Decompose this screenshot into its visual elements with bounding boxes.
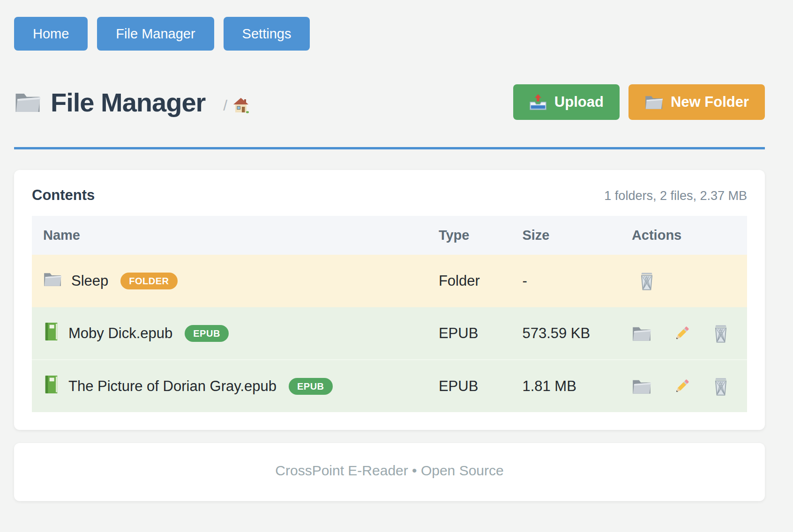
- file-name[interactable]: Moby Dick.epub: [68, 325, 172, 342]
- nav-button-home[interactable]: Home: [14, 17, 88, 51]
- column-header-actions: Actions: [621, 216, 747, 255]
- rename-button[interactable]: [672, 324, 692, 343]
- contents-card: Contents 1 folders, 2 files, 2.37 MB Nam…: [14, 170, 765, 430]
- column-header-size: Size: [511, 216, 620, 255]
- nav-button-file-manager[interactable]: File Manager: [97, 17, 214, 51]
- wastebasket-icon: [712, 324, 729, 343]
- title-group: File Manager /: [14, 87, 249, 118]
- table-row: Sleep FOLDER Folder -: [32, 255, 747, 307]
- page-title: File Manager: [51, 87, 205, 118]
- upload-button-label: Upload: [554, 94, 604, 111]
- green-book-icon: [43, 375, 59, 398]
- move-button[interactable]: [632, 325, 651, 342]
- wastebasket-icon: [638, 271, 655, 291]
- folder-icon: [644, 94, 663, 110]
- footer-text: CrossPoint E-Reader • Open Source: [14, 463, 765, 479]
- table-row: The Picture of Dorian Gray.epub EPUB EPU…: [32, 360, 747, 412]
- pencil-icon: [672, 324, 692, 343]
- folder-icon: [632, 378, 651, 395]
- breadcrumb: /: [223, 97, 249, 114]
- new-folder-button-label: New Folder: [671, 94, 749, 111]
- files-table: Name Type Size Actions Sleep FOLDER: [32, 216, 747, 412]
- move-button[interactable]: [632, 378, 651, 395]
- delete-button[interactable]: [638, 271, 655, 291]
- top-nav: Home File Manager Settings: [14, 17, 765, 51]
- epub-badge: EPUB: [185, 325, 229, 342]
- delete-button[interactable]: [712, 324, 729, 343]
- folder-icon: [632, 325, 651, 342]
- new-folder-button[interactable]: New Folder: [628, 84, 765, 120]
- header-actions: Upload New Folder: [513, 84, 765, 120]
- contents-summary: 1 folders, 2 files, 2.37 MB: [604, 189, 747, 203]
- footer-card: CrossPoint E-Reader • Open Source: [14, 443, 765, 501]
- contents-heading: Contents: [32, 187, 95, 204]
- green-book-icon: [43, 322, 59, 345]
- pencil-icon: [672, 377, 692, 396]
- upload-button[interactable]: Upload: [513, 84, 620, 120]
- nav-button-settings[interactable]: Settings: [224, 17, 310, 51]
- epub-badge: EPUB: [289, 378, 333, 395]
- file-size: 573.59 KB: [511, 307, 620, 360]
- file-name[interactable]: The Picture of Dorian Gray.epub: [68, 378, 277, 395]
- rename-button[interactable]: [672, 377, 692, 396]
- folder-icon: [14, 91, 41, 113]
- folder-icon: [43, 271, 62, 291]
- file-size: 1.81 MB: [511, 360, 620, 412]
- file-type: Folder: [427, 255, 511, 307]
- page-header: File Manager / Upload New Folder: [14, 83, 765, 121]
- table-header-row: Name Type Size Actions: [32, 216, 747, 255]
- outbox-tray-icon: [529, 94, 547, 111]
- column-header-name: Name: [32, 216, 427, 255]
- breadcrumb-separator: /: [223, 97, 227, 114]
- folder-badge: FOLDER: [120, 273, 177, 289]
- file-size: -: [511, 255, 620, 307]
- wastebasket-icon: [712, 377, 729, 396]
- contents-card-header: Contents 1 folders, 2 files, 2.37 MB: [32, 187, 747, 204]
- house-icon[interactable]: [233, 97, 249, 113]
- title-divider: [14, 147, 765, 149]
- delete-button[interactable]: [712, 377, 729, 396]
- file-type: EPUB: [427, 360, 511, 412]
- column-header-type: Type: [427, 216, 511, 255]
- file-type: EPUB: [427, 307, 511, 360]
- file-name[interactable]: Sleep: [71, 273, 108, 289]
- page: Home File Manager Settings File Manager …: [0, 0, 779, 501]
- table-row: Moby Dick.epub EPUB EPUB 573.59 KB: [32, 307, 747, 360]
